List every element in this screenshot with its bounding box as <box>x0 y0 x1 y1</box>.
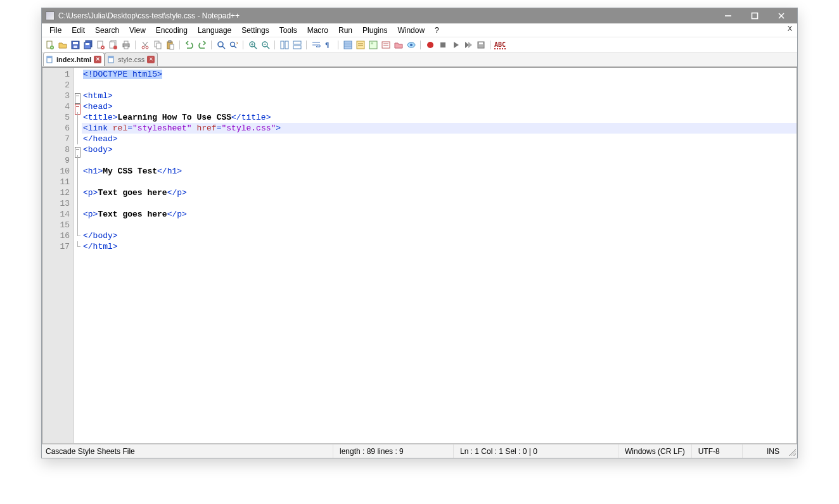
sync-h-icon[interactable] <box>291 39 303 51</box>
close-button[interactable] <box>768 9 795 23</box>
paste-icon[interactable] <box>165 39 176 51</box>
code-line[interactable] <box>82 177 797 187</box>
open-file-icon[interactable] <box>57 39 68 51</box>
save-all-icon[interactable] <box>82 39 94 51</box>
sync-v-icon[interactable] <box>279 39 290 51</box>
line-number[interactable]: 17 <box>44 241 70 252</box>
line-number[interactable]: 15 <box>44 220 70 230</box>
fold-cell[interactable] <box>74 123 82 134</box>
fold-cell[interactable] <box>74 230 82 241</box>
fold-cell[interactable] <box>74 112 82 123</box>
undo-icon[interactable] <box>184 39 195 51</box>
fold-cell[interactable] <box>74 166 82 177</box>
code-line[interactable]: </html> <box>82 241 797 252</box>
all-chars-icon[interactable]: ¶ <box>323 39 335 51</box>
maximize-button[interactable] <box>741 9 768 23</box>
menu-?[interactable]: ? <box>430 25 444 36</box>
indent-guide-icon[interactable] <box>342 39 354 51</box>
fold-column[interactable] <box>74 68 82 443</box>
resize-grip-icon[interactable] <box>787 447 796 456</box>
spellcheck-abc-icon[interactable]: ABC <box>494 39 506 51</box>
lang-udl-icon[interactable] <box>355 39 366 51</box>
code-line[interactable]: <p>Text goes here</p> <box>82 187 797 198</box>
fold-cell[interactable] <box>74 91 82 101</box>
code-line[interactable]: <body> <box>82 144 797 155</box>
titlebar[interactable]: C:\Users\Julia\Desktop\css-test\style.cs… <box>42 8 797 23</box>
cut-icon[interactable] <box>139 39 151 51</box>
find-icon[interactable] <box>215 39 227 51</box>
fold-cell[interactable] <box>74 187 82 198</box>
fold-cell[interactable] <box>74 69 82 80</box>
line-number[interactable]: 8 <box>44 144 70 155</box>
line-number[interactable]: 7 <box>44 134 70 144</box>
fold-cell[interactable] <box>74 80 82 91</box>
code-editor[interactable]: 1234567891011121314151617 <!DOCTYPE html… <box>42 67 797 444</box>
line-number[interactable]: 2 <box>44 80 70 91</box>
print-icon[interactable] <box>120 39 132 51</box>
line-number[interactable]: 5 <box>44 112 70 123</box>
line-number[interactable]: 16 <box>44 230 70 241</box>
redo-icon[interactable] <box>196 39 208 51</box>
menu-plugins[interactable]: Plugins <box>357 25 392 36</box>
play-multi-icon[interactable] <box>463 39 474 51</box>
code-line[interactable]: </head> <box>82 134 797 144</box>
copy-icon[interactable] <box>152 39 163 51</box>
save-icon[interactable] <box>70 39 81 51</box>
menu-settings[interactable]: Settings <box>236 25 274 36</box>
tab-index-html[interactable]: index.html✕ <box>43 53 105 66</box>
line-number[interactable]: 9 <box>44 155 70 166</box>
wordwrap-icon[interactable] <box>311 39 322 51</box>
fold-cell[interactable] <box>74 101 82 112</box>
code-line[interactable]: <h1>My CSS Test</h1> <box>82 166 797 177</box>
line-number[interactable]: 10 <box>44 166 70 177</box>
line-number[interactable]: 12 <box>44 187 70 198</box>
restore-doc-button[interactable]: X <box>785 25 795 32</box>
tab-close-icon[interactable]: ✕ <box>94 56 101 63</box>
status-mode[interactable]: INS <box>760 444 785 458</box>
code-line[interactable] <box>82 220 797 230</box>
code-line[interactable]: </body> <box>82 230 797 241</box>
close-all-icon[interactable] <box>108 39 119 51</box>
tab-style-css[interactable]: style.css✕ <box>105 53 158 66</box>
menu-language[interactable]: Language <box>193 25 236 36</box>
close-file-icon[interactable] <box>95 39 106 51</box>
menu-macro[interactable]: Macro <box>302 25 333 36</box>
fold-cell[interactable] <box>74 198 82 209</box>
fold-cell[interactable] <box>74 155 82 166</box>
fold-cell[interactable] <box>74 144 82 155</box>
code-line[interactable]: <head> <box>82 101 797 112</box>
fold-cell[interactable] <box>74 220 82 230</box>
code-content[interactable]: <!DOCTYPE html5><html><head><title>Learn… <box>82 68 797 443</box>
fold-cell[interactable] <box>74 209 82 220</box>
zoom-in-icon[interactable] <box>247 39 259 51</box>
status-encoding[interactable]: UTF-8 <box>692 444 743 458</box>
tab-close-icon[interactable]: ✕ <box>147 56 155 63</box>
doc-map-icon[interactable] <box>368 39 379 51</box>
stop-macro-icon[interactable] <box>437 39 449 51</box>
func-list-icon[interactable] <box>380 39 392 51</box>
line-number[interactable]: 1 <box>44 69 70 80</box>
menu-view[interactable]: View <box>124 25 151 36</box>
menu-window[interactable]: Window <box>392 25 430 36</box>
record-macro-icon[interactable] <box>425 39 436 51</box>
save-macro-icon[interactable] <box>475 39 487 51</box>
menu-tools[interactable]: Tools <box>274 25 302 36</box>
menu-encoding[interactable]: Encoding <box>151 25 193 36</box>
menu-file[interactable]: File <box>44 25 67 36</box>
line-number[interactable]: 3 <box>44 91 70 101</box>
status-eol[interactable]: Windows (CR LF) <box>618 444 692 458</box>
menu-search[interactable]: Search <box>90 25 124 36</box>
code-line[interactable] <box>82 155 797 166</box>
minimize-button[interactable] <box>715 9 741 23</box>
code-line[interactable] <box>82 80 797 91</box>
replace-icon[interactable] <box>228 39 240 51</box>
fold-cell[interactable] <box>74 241 82 252</box>
line-number[interactable]: 4 <box>44 101 70 112</box>
menu-run[interactable]: Run <box>333 25 357 36</box>
code-line[interactable]: <html> <box>82 91 797 101</box>
monitor-icon[interactable] <box>406 39 417 51</box>
zoom-out-icon[interactable] <box>260 39 271 51</box>
code-line[interactable]: <link rel="stylesheet" href="style.css"> <box>82 123 797 134</box>
code-line[interactable]: <title>Learning How To Use CSS</title> <box>82 112 797 123</box>
new-file-icon[interactable] <box>44 39 56 51</box>
